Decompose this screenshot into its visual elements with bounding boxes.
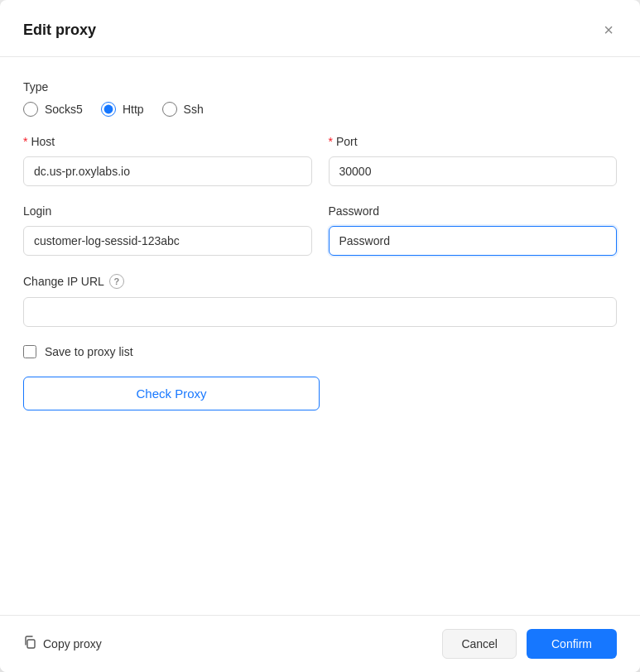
- dialog-footer: Copy proxy Cancel Confirm: [0, 615, 640, 672]
- port-required-star: *: [329, 135, 333, 148]
- login-label: Login: [23, 204, 312, 218]
- password-field-group: Password: [329, 204, 618, 256]
- save-proxy-group: Save to proxy list: [23, 345, 617, 358]
- dialog-body: Type Socks5 Http Ssh *: [0, 57, 640, 615]
- cancel-button[interactable]: Cancel: [442, 629, 517, 659]
- port-field-group: * Port: [329, 135, 618, 186]
- dialog-header: Edit proxy ×: [0, 0, 640, 57]
- password-label: Password: [329, 204, 618, 218]
- copy-proxy-button[interactable]: Copy proxy: [23, 631, 102, 657]
- port-input[interactable]: [329, 156, 618, 186]
- check-proxy-button[interactable]: Check Proxy: [23, 377, 320, 410]
- change-ip-url-group: Change IP URL ?: [23, 274, 617, 327]
- host-field-group: * Host: [23, 135, 312, 186]
- radio-input-socks5[interactable]: [23, 102, 38, 117]
- edit-proxy-dialog: Edit proxy × Type Socks5 Http Ssh: [0, 0, 640, 672]
- type-label: Type: [23, 80, 617, 94]
- host-input[interactable]: [23, 156, 312, 186]
- help-icon[interactable]: ?: [109, 274, 124, 289]
- radio-label-socks5: Socks5: [45, 103, 83, 116]
- host-port-row: * Host * Port: [23, 135, 617, 204]
- svg-rect-0: [27, 640, 35, 648]
- change-ip-label: Change IP URL ?: [23, 274, 617, 289]
- login-password-row: Login Password: [23, 204, 617, 274]
- dialog-title: Edit proxy: [23, 22, 96, 39]
- footer-actions: Cancel Confirm: [442, 629, 617, 659]
- save-proxy-label[interactable]: Save to proxy list: [45, 345, 133, 358]
- host-required-star: *: [23, 135, 27, 148]
- radio-ssh[interactable]: Ssh: [162, 102, 204, 117]
- type-field-group: Type Socks5 Http Ssh: [23, 80, 617, 117]
- save-proxy-checkbox[interactable]: [23, 345, 36, 358]
- type-radio-group: Socks5 Http Ssh: [23, 102, 617, 117]
- radio-input-http[interactable]: [101, 102, 116, 117]
- copy-icon: [23, 636, 36, 652]
- radio-http[interactable]: Http: [101, 102, 144, 117]
- port-label: * Port: [329, 135, 618, 148]
- close-button[interactable]: ×: [600, 18, 617, 41]
- radio-socks5[interactable]: Socks5: [23, 102, 83, 117]
- change-ip-url-input[interactable]: [23, 297, 617, 327]
- radio-input-ssh[interactable]: [162, 102, 177, 117]
- confirm-button[interactable]: Confirm: [527, 629, 617, 659]
- radio-label-ssh: Ssh: [184, 103, 204, 116]
- host-label: * Host: [23, 135, 312, 148]
- login-input[interactable]: [23, 226, 312, 256]
- copy-proxy-label: Copy proxy: [43, 637, 102, 650]
- password-input[interactable]: [329, 226, 618, 256]
- login-field-group: Login: [23, 204, 312, 256]
- radio-label-http: Http: [123, 103, 144, 116]
